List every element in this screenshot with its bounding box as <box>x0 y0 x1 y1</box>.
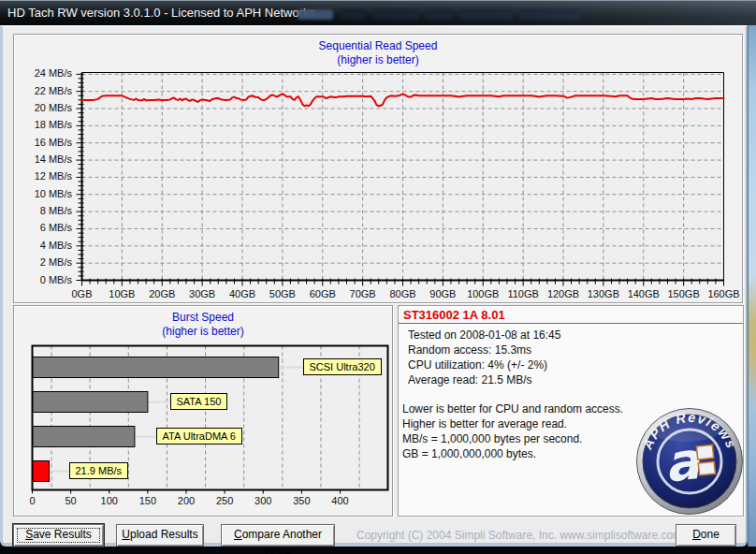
burst-axis-tick-label: 50 <box>57 495 85 507</box>
y-axis-tick-label: 10 MB/s <box>18 188 72 200</box>
burst-axis-tick-label: 350 <box>287 495 315 507</box>
y-axis-tick-label: 22 MB/s <box>18 85 72 97</box>
drive-stat-line: Random access: 15.3ms <box>408 343 743 357</box>
chart-subtitle-text: (higher is better) <box>14 325 392 339</box>
y-axis-tick-label: 4 MB/s <box>18 240 72 252</box>
drive-stat-line: Average read: 21.5 MB/s <box>408 372 743 387</box>
copyright-text: Copyright (C) 2004 Simpli Software, Inc.… <box>356 529 665 542</box>
upload-results-button[interactable]: Upload Results <box>116 524 204 547</box>
drive-stats: Tested on 2008-01-08 at 16:45Random acce… <box>399 328 743 387</box>
aph-reviews-logo: APH Reviews a <box>634 406 745 517</box>
chart-title-text: Burst Speed <box>14 311 392 325</box>
background-window-ghost <box>341 9 365 20</box>
burst-axis-tick-label: 200 <box>172 495 200 507</box>
compare-another-drive-button[interactable]: Compare Another Drive <box>221 524 335 547</box>
chart-title-text: Sequential Read Speed <box>14 39 742 53</box>
background-window-edge <box>748 25 756 547</box>
y-axis-tick-label: 14 MB/s <box>18 153 72 166</box>
burst-axis-tick-label: 300 <box>249 495 277 507</box>
window-titlebar[interactable]: HD Tach RW version 3.0.1.0 - Licensed to… <box>0 0 756 25</box>
desktop-background: HD Tach RW version 3.0.1.0 - Licensed to… <box>0 0 756 554</box>
done-button[interactable]: Done <box>676 524 736 547</box>
y-axis-tick-label: 6 MB/s <box>18 222 72 234</box>
drive-tab-row: ST316002 1A 8.01 <box>399 306 743 324</box>
window-title: HD Tach RW version 3.0.1.0 - Licensed to… <box>7 1 315 25</box>
drive-info-panel: ST316002 1A 8.01 Tested on 2008-01-08 at… <box>398 305 744 517</box>
save-results-label: Save Results <box>14 525 103 546</box>
x-axis-tick-label: 160GB <box>701 288 748 300</box>
drive-tab[interactable]: ST316002 1A 8.01 <box>399 306 513 322</box>
logo-block-top <box>696 445 713 459</box>
compare-another-drive-label: Compare Another Drive <box>222 525 334 546</box>
bar-value-label: SCSI Ultra320 <box>303 358 382 375</box>
y-axis-tick-label: 24 MB/s <box>18 67 72 80</box>
y-axis-tick-label: 8 MB/s <box>18 205 72 217</box>
y-axis-tick-label: 2 MB/s <box>18 256 72 269</box>
y-axis-tick-label: 20 MB/s <box>18 102 72 114</box>
sequential-read-plot <box>72 70 738 304</box>
burst-chart-title: Burst Speed (higher is better) <box>14 311 392 339</box>
y-axis-tick-label: 0 MB/s <box>18 274 72 286</box>
background-window-ghost <box>425 9 453 20</box>
window-body: Sequential Read Speed (higher is better)… <box>0 25 748 547</box>
background-window-ghost <box>458 9 513 20</box>
chart-subtitle-text: (higher is better) <box>14 53 742 67</box>
y-axis-tick-label: 18 MB/s <box>18 119 72 131</box>
background-window-ghost <box>372 9 419 20</box>
bar-value-label: ATA UltraDMA 6 <box>156 428 242 445</box>
drive-stat-line: Tested on 2008-01-08 at 16:45 <box>408 328 743 343</box>
burst-axis-tick-label: 250 <box>211 495 239 507</box>
background-window-ghost <box>518 9 580 20</box>
y-axis-tick-label: 12 MB/s <box>18 170 72 182</box>
background-window-ghost <box>298 9 333 20</box>
bar-value-label: 21.9 MB/s <box>69 462 129 479</box>
sequential-read-chart-panel: Sequential Read Speed (higher is better)… <box>13 34 743 303</box>
sequential-chart-title: Sequential Read Speed (higher is better) <box>14 39 742 67</box>
burst-axis-tick-label: 100 <box>95 495 124 507</box>
burst-axis-tick-label: 150 <box>134 495 162 507</box>
y-axis-tick-label: 16 MB/s <box>18 137 72 149</box>
done-label: Done <box>676 525 735 546</box>
bar-value-label: SATA 150 <box>170 393 228 410</box>
upload-results-label: Upload Results <box>117 525 203 546</box>
logo-block-bottom <box>698 461 715 475</box>
burst-speed-chart-panel: Burst Speed (higher is better) 050100150… <box>13 305 393 517</box>
drive-stat-line: CPU utilization: 4% (+/- 2%) <box>408 357 743 372</box>
save-results-button[interactable]: Save Results <box>13 524 104 547</box>
burst-axis-tick-label: 0 <box>19 495 47 507</box>
burst-axis-tick-label: 400 <box>327 495 355 507</box>
